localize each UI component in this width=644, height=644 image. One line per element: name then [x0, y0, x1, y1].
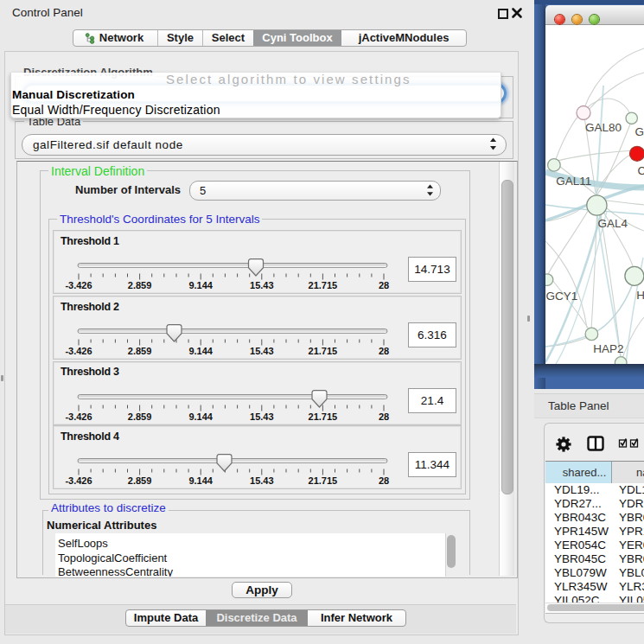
svg-text:GCY1: GCY1 — [546, 290, 578, 303]
svg-text:28: 28 — [379, 346, 389, 356]
svg-text:-3.426: -3.426 — [65, 475, 92, 486]
svg-text:GAL11: GAL11 — [556, 175, 591, 188]
svg-text:H: H — [636, 289, 644, 302]
svg-text:15.43: 15.43 — [250, 280, 274, 290]
svg-text:-3.426: -3.426 — [65, 346, 92, 356]
svg-text:-3.426: -3.426 — [65, 411, 92, 422]
svg-text:C: C — [638, 164, 644, 177]
svg-text:GAL80: GAL80 — [585, 121, 622, 134]
svg-text:9.144: 9.144 — [188, 475, 213, 486]
svg-text:9.144: 9.144 — [188, 411, 213, 422]
svg-text:9.144: 9.144 — [188, 346, 213, 356]
svg-text:9.144: 9.144 — [188, 280, 213, 290]
svg-text:HAP2: HAP2 — [593, 342, 623, 355]
svg-text:2.859: 2.859 — [128, 280, 152, 290]
svg-text:15.43: 15.43 — [250, 411, 274, 422]
svg-text:-3.426: -3.426 — [65, 280, 92, 290]
svg-text:2.859: 2.859 — [128, 475, 152, 486]
svg-text:21.715: 21.715 — [309, 475, 338, 486]
svg-text:2.859: 2.859 — [128, 346, 152, 356]
svg-text:28: 28 — [379, 280, 389, 290]
svg-text:2.859: 2.859 — [128, 411, 152, 422]
svg-text:GAL4: GAL4 — [598, 217, 628, 230]
svg-text:15.43: 15.43 — [250, 475, 274, 486]
svg-text:15.43: 15.43 — [250, 346, 274, 356]
svg-text:21.715: 21.715 — [309, 280, 338, 290]
svg-text:28: 28 — [379, 475, 389, 486]
svg-text:GA: GA — [635, 125, 644, 138]
svg-text:21.715: 21.715 — [309, 411, 338, 422]
svg-text:21.715: 21.715 — [309, 346, 338, 356]
svg-text:28: 28 — [379, 411, 389, 422]
